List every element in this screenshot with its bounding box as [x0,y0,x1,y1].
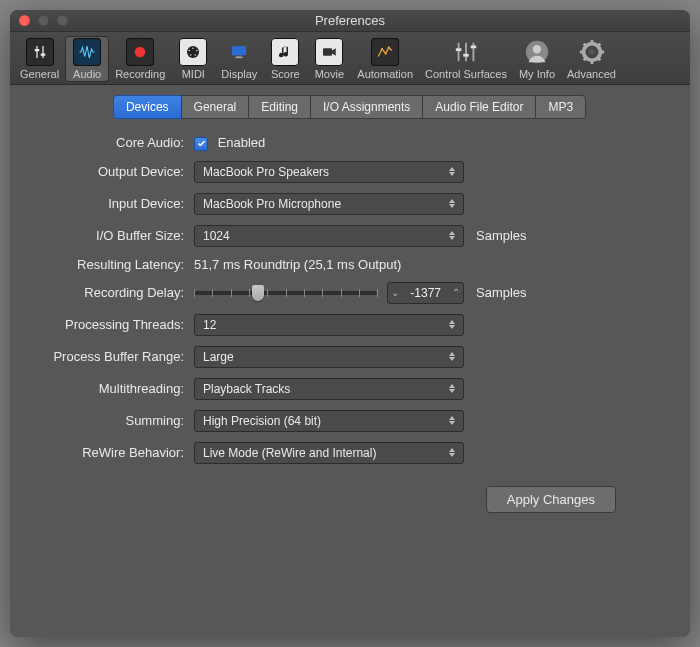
stepper-down-icon[interactable]: ⌄ [388,287,402,298]
svg-point-4 [135,47,146,58]
toolbar-control-surfaces[interactable]: Control Surfaces [419,36,513,82]
toolbar-advanced[interactable]: Advanced [561,36,622,82]
process-buffer-range-label: Process Buffer Range: [24,349,194,364]
toolbar-recording[interactable]: Recording [109,36,171,82]
recording-delay-label: Recording Delay: [24,285,194,300]
svg-point-17 [388,46,390,48]
output-device-select[interactable]: MacBook Pro Speakers [194,161,464,183]
processing-threads-select[interactable]: 12 [194,314,464,336]
summing-select[interactable]: High Precision (64 bit) [194,410,464,432]
io-buffer-select[interactable]: 1024 [194,225,464,247]
subtab-general[interactable]: General [181,95,250,119]
rewire-select[interactable]: Live Mode (ReWire and Internal) [194,442,464,464]
subtab-editing[interactable]: Editing [248,95,311,119]
window-title: Preferences [10,13,690,28]
toolbar-label: Audio [73,68,101,80]
subtab-io-assignments[interactable]: I/O Assignments [310,95,423,119]
recording-delay-unit: Samples [476,285,527,300]
automation-icon [371,38,399,66]
faders-icon [452,38,480,66]
svg-line-32 [583,44,586,47]
toolbar-label: Automation [357,68,413,80]
svg-rect-21 [456,48,462,51]
midi-icon [179,38,207,66]
svg-point-27 [589,49,595,55]
subtab-devices[interactable]: Devices [113,95,182,119]
toolbar-label: Display [221,68,257,80]
svg-point-15 [381,48,383,50]
toolbar-label: MIDI [182,68,205,80]
subtab-audio-file-editor[interactable]: Audio File Editor [422,95,536,119]
summing-label: Summing: [24,413,194,428]
svg-point-7 [189,50,191,52]
processing-threads-label: Processing Threads: [24,317,194,332]
chevron-updown-icon [445,162,459,182]
svg-point-10 [195,54,197,56]
waveform-icon [73,38,101,66]
toolbar-audio[interactable]: Audio [65,36,109,82]
core-audio-label: Core Audio: [24,135,194,150]
sliders-icon [26,38,54,66]
chevron-updown-icon [445,226,459,246]
close-button[interactable] [19,15,30,26]
toolbar-my-info[interactable]: My Info [513,36,561,82]
input-device-label: Input Device: [24,196,194,211]
movie-icon [315,38,343,66]
svg-rect-0 [36,46,38,58]
window-controls [19,15,68,26]
svg-point-9 [190,54,192,56]
core-audio-value: Enabled [218,135,266,150]
process-buffer-range-select[interactable]: Large [194,346,464,368]
svg-rect-18 [458,43,460,62]
chevron-updown-icon [445,411,459,431]
recording-delay-stepper[interactable]: ⌄ -1377 ⌃ [387,282,464,304]
select-value: High Precision (64 bit) [203,414,321,428]
recording-delay-value: -1377 [402,286,449,300]
latency-value: 51,7 ms Roundtrip (25,1 ms Output) [194,257,401,272]
toolbar-midi[interactable]: MIDI [171,36,215,82]
svg-point-8 [196,50,198,52]
input-device-select[interactable]: MacBook Pro Microphone [194,193,464,215]
svg-point-25 [533,45,541,53]
toolbar-automation[interactable]: Automation [351,36,419,82]
rewire-label: ReWire Behavior: [24,445,194,460]
slider-thumb[interactable] [252,285,264,301]
recording-delay-slider[interactable] [194,291,377,295]
select-value: 1024 [203,229,230,243]
toolbar-general[interactable]: General [14,36,65,82]
toolbar-movie[interactable]: Movie [307,36,351,82]
multithreading-label: Multithreading: [24,381,194,396]
toolbar-score[interactable]: Score [263,36,307,82]
apply-changes-button[interactable]: Apply Changes [486,486,616,513]
stepper-up-icon[interactable]: ⌃ [449,287,463,298]
display-icon [225,38,253,66]
svg-rect-12 [237,56,242,57]
toolbar-label: Score [271,68,300,80]
toolbar-display[interactable]: Display [215,36,263,82]
chevron-updown-icon [445,347,459,367]
subtab-mp3[interactable]: MP3 [535,95,586,119]
svg-point-16 [385,52,387,54]
output-device-label: Output Device: [24,164,194,179]
zoom-button[interactable] [57,15,68,26]
toolbar-label: General [20,68,59,80]
select-value: 12 [203,318,216,332]
record-icon [126,38,154,66]
toolbar-label: My Info [519,68,555,80]
svg-line-35 [597,44,600,47]
svg-rect-22 [463,54,469,57]
svg-rect-2 [34,49,39,51]
multithreading-select[interactable]: Playback Tracks [194,378,464,400]
svg-rect-3 [40,54,45,56]
toolbar-label: Advanced [567,68,616,80]
chevron-updown-icon [445,315,459,335]
minimize-button[interactable] [38,15,49,26]
chevron-updown-icon [445,443,459,463]
score-icon [271,38,299,66]
select-value: MacBook Pro Microphone [203,197,341,211]
svg-rect-13 [235,57,243,58]
core-audio-checkbox[interactable] [194,137,208,151]
svg-rect-23 [471,46,477,49]
select-value: MacBook Pro Speakers [203,165,329,179]
toolbar: General Audio Recording MIDI Display [10,32,690,85]
